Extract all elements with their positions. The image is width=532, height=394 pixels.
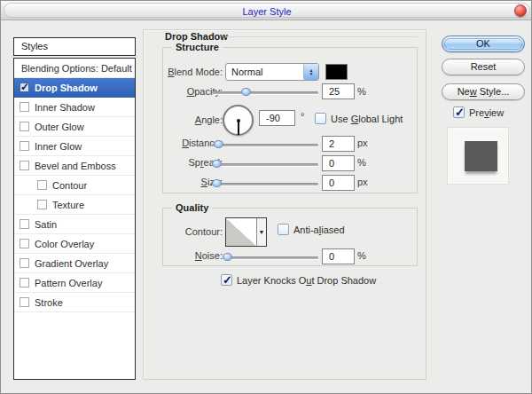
sidebar-item-inner-shadow[interactable]: Inner Shadow: [14, 98, 135, 117]
checkbox[interactable]: [20, 239, 29, 248]
distance-label: Distance:: [143, 138, 223, 148]
angle-dial[interactable]: [223, 105, 254, 136]
checkbox[interactable]: [20, 141, 29, 151]
opacity-slider-thumb[interactable]: [241, 88, 251, 96]
sidebar-item-label: Gradient Overlay: [35, 258, 108, 269]
styles-header: Styles: [13, 37, 136, 56]
sidebar-item-outer-glow[interactable]: Outer Glow: [14, 117, 135, 137]
opacity-slider[interactable]: [212, 91, 318, 94]
ok-button[interactable]: OK: [442, 35, 525, 52]
sidebar-item-contour[interactable]: Contour: [14, 176, 135, 195]
new-style-button[interactable]: New Style...: [442, 83, 525, 100]
spread-slider[interactable]: [212, 163, 318, 166]
noise-label: Noise:: [143, 250, 223, 261]
sidebar-item-label: Inner Glow: [35, 141, 82, 152]
spread-unit: %: [357, 157, 366, 168]
sidebar-item-label: Drop Shadow: [35, 83, 98, 93]
distance-slider-thumb[interactable]: [214, 140, 223, 148]
sidebar-item-stroke[interactable]: Stroke: [14, 293, 135, 312]
contour-label: Contour:: [143, 226, 223, 237]
checkbox[interactable]: [37, 180, 47, 190]
size-input[interactable]: 0: [322, 175, 355, 191]
divider: [226, 36, 418, 37]
opacity-input[interactable]: 25: [322, 83, 355, 99]
contour-linear-icon: [226, 218, 256, 246]
size-slider-thumb[interactable]: [212, 179, 222, 187]
shadow-color-swatch[interactable]: [325, 64, 348, 80]
size-unit: px: [357, 177, 368, 187]
layer-style-dialog: Layer Style Styles Blending Options: Def…: [0, 0, 532, 394]
noise-slider[interactable]: [223, 256, 318, 259]
spread-input[interactable]: 0: [322, 155, 355, 171]
reset-button[interactable]: Reset: [442, 59, 525, 75]
styles-list: Blending Options: Default Drop Shadow In…: [13, 58, 136, 380]
sidebar-item-pattern-overlay[interactable]: Pattern Overlay: [14, 273, 135, 293]
contour-picker[interactable]: ▼: [225, 217, 267, 247]
angle-dial-pointer: [238, 121, 239, 135]
blend-mode-select[interactable]: Normal ▲▼: [225, 63, 319, 81]
title-bar-inner: Layer Style: [4, 3, 530, 18]
noise-unit: %: [357, 250, 366, 261]
checkbox[interactable]: [20, 278, 29, 288]
layer-knockout-checkbox[interactable]: [221, 274, 232, 286]
style-preview-thumbnail: [447, 127, 509, 185]
combo-arrows-icon: ▲▼: [303, 64, 318, 80]
noise-input[interactable]: 0: [322, 248, 355, 264]
sidebar-item-label: Color Overlay: [35, 239, 94, 249]
close-button[interactable]: [514, 4, 527, 17]
angle-input[interactable]: -90: [259, 110, 295, 126]
anti-aliased-label: Anti-aliased: [293, 225, 345, 235]
sidebar-item-inner-glow[interactable]: Inner Glow: [14, 137, 135, 156]
size-slider[interactable]: [212, 183, 318, 185]
checkbox[interactable]: [20, 258, 29, 268]
sidebar-item-color-overlay[interactable]: Color Overlay: [14, 234, 135, 254]
blend-mode-label: Blend Mode:: [143, 67, 223, 77]
sidebar-item-gradient-overlay[interactable]: Gradient Overlay: [14, 254, 135, 273]
checkbox[interactable]: [20, 83, 29, 92]
sidebar-item-label: Blending Options: Default: [21, 63, 132, 74]
anti-aliased-checkbox[interactable]: [278, 224, 289, 235]
opacity-unit: %: [357, 86, 366, 97]
blend-mode-value: Normal: [226, 67, 303, 77]
size-label: Size:: [143, 177, 223, 187]
sidebar-item-texture[interactable]: Texture: [14, 195, 135, 215]
angle-unit: °: [301, 111, 304, 122]
noise-slider-thumb[interactable]: [223, 253, 232, 261]
checkbox[interactable]: [37, 200, 47, 209]
checkbox[interactable]: [20, 297, 29, 307]
spread-slider-thumb[interactable]: [212, 160, 222, 168]
sidebar-item-label: Outer Glow: [35, 122, 84, 132]
sidebar-item-label: Bevel and Emboss: [35, 161, 116, 171]
sidebar-item-label: Inner Shadow: [35, 102, 95, 113]
preview-checkbox[interactable]: [453, 106, 465, 118]
quality-legend: Quality: [172, 202, 212, 213]
use-global-light-checkbox[interactable]: [315, 113, 326, 124]
sidebar-item-label: Contour: [52, 180, 87, 191]
sidebar-item-label: Stroke: [35, 297, 63, 308]
preview-label: Preview: [469, 107, 504, 118]
sidebar-item-drop-shadow[interactable]: Drop Shadow: [14, 78, 135, 98]
chevron-down-icon[interactable]: ▼: [256, 218, 266, 246]
sidebar-item-label: Satin: [35, 219, 57, 230]
page-title: Drop Shadow: [165, 31, 228, 42]
angle-dial-center: [237, 119, 240, 122]
distance-unit: px: [357, 138, 368, 148]
window-title: Layer Style: [4, 6, 529, 17]
title-bar[interactable]: Layer Style: [1, 1, 532, 20]
sidebar-item-bevel-and-emboss[interactable]: Bevel and Emboss: [14, 156, 135, 176]
checkbox[interactable]: [20, 161, 29, 170]
layer-knockout-label: Layer Knocks Out Drop Shadow: [237, 275, 376, 286]
structure-legend: Structure: [172, 42, 223, 52]
angle-label: Angle:: [143, 114, 223, 125]
sidebar-item-satin[interactable]: Satin: [14, 215, 135, 234]
spread-label: Spread:: [143, 157, 223, 168]
checkbox[interactable]: [20, 219, 29, 229]
distance-input[interactable]: 2: [322, 136, 355, 152]
sidebar-item-blending-options[interactable]: Blending Options: Default: [14, 59, 135, 78]
distance-slider[interactable]: [212, 144, 318, 146]
use-global-light-label: Use Global Light: [331, 114, 403, 124]
sidebar-item-label: Texture: [52, 200, 84, 210]
checkbox[interactable]: [20, 102, 29, 112]
preview-square: [465, 141, 497, 171]
checkbox[interactable]: [20, 122, 29, 131]
